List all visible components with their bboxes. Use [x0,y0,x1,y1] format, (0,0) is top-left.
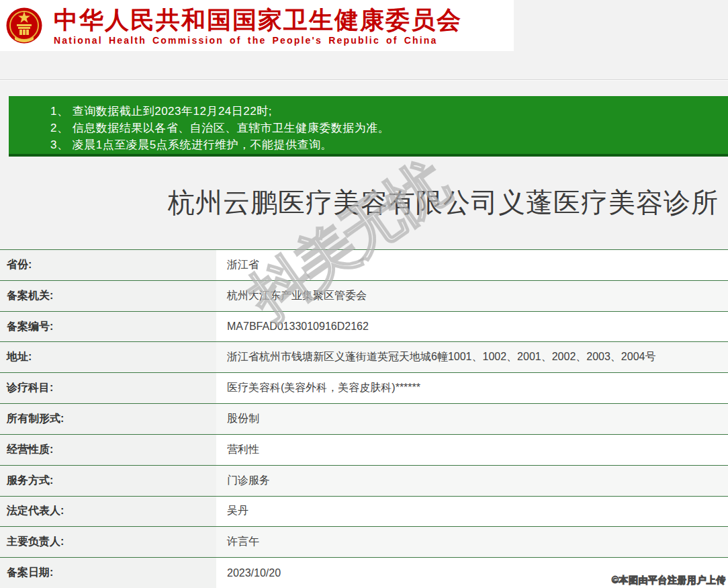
header-divider [0,79,728,81]
row-value: 医疗美容科(美容外科，美容皮肤科)****** [216,373,728,403]
table-row: 服务方式:门诊服务 [0,465,728,496]
row-label: 诊疗科目: [0,373,216,403]
row-value: 许言午 [216,527,728,557]
row-label: 经营性质: [0,435,216,465]
table-row: 备案编号:MA7BFAD0133010916D2162 [0,311,728,342]
table-row: 备案机关:杭州大江东产业集聚区管委会 [0,280,728,311]
row-label: 所有制形式: [0,404,216,434]
table-row: 诊疗科目:医疗美容科(美容外科，美容皮肤科)****** [0,372,728,403]
table-row: 所有制形式:股份制 [0,403,728,434]
table-row: 法定代表人:吴丹 [0,496,728,527]
row-value: MA7BFAD0133010916D2162 [216,312,728,342]
table-row: 主要负责人:许言午 [0,526,728,557]
institution-name-title: 杭州云鹏医疗美容有限公司义蓬医疗美容诊所 [168,185,728,219]
row-label: 备案编号: [0,312,216,342]
row-value: 门诊服务 [216,466,728,496]
row-value: 吴丹 [216,497,728,527]
notice-line-3: 3、 凌晨1点至凌晨5点系统进行维护，不能提供查询。 [50,136,728,153]
notice-line-1: 1、 查询数据截止到2023年12月24日22时; [50,103,728,120]
row-label: 省份: [0,250,216,280]
row-label: 备案机关: [0,281,216,311]
record-detail-table: 省份:浙江省备案机关:杭州大江东产业集聚区管委会备案编号:MA7BFAD0133… [0,249,728,588]
row-label: 服务方式: [0,466,216,496]
table-row: 经营性质:营利性 [0,434,728,465]
row-value: 营利性 [216,435,728,465]
notice-line-2: 2、 信息数据结果以各省、自治区、直辖市卫生健康委数据为准。 [50,120,728,136]
row-value: 浙江省 [216,250,728,280]
row-label: 法定代表人: [0,497,216,527]
row-value: 杭州大江东产业集聚区管委会 [216,281,728,311]
national-emblem-icon [5,3,43,48]
site-header: 中华人民共和国国家卫生健康委员会 National Health Commiss… [0,0,514,51]
row-value: 股份制 [216,404,728,434]
row-value: 浙江省杭州市钱塘新区义蓬街道英冠天地城6幢1001、1002、2001、2002… [216,342,728,372]
site-title-chinese: 中华人民共和国国家卫生健康委员会 [54,6,462,34]
table-row: 地址:浙江省杭州市钱塘新区义蓬街道英冠天地城6幢1001、1002、2001、2… [0,341,728,372]
row-label: 备案日期: [0,558,216,588]
row-label: 主要负责人: [0,527,216,557]
notice-box: 1、 查询数据截止到2023年12月24日22时; 2、 信息数据结果以各省、自… [9,96,728,157]
table-row: 省份:浙江省 [0,249,728,280]
site-title-english: National Health Commission of the People… [54,35,462,46]
row-label: 地址: [0,342,216,372]
corner-attribution-watermark: ©本图由平台注册用户上传 [612,575,726,587]
